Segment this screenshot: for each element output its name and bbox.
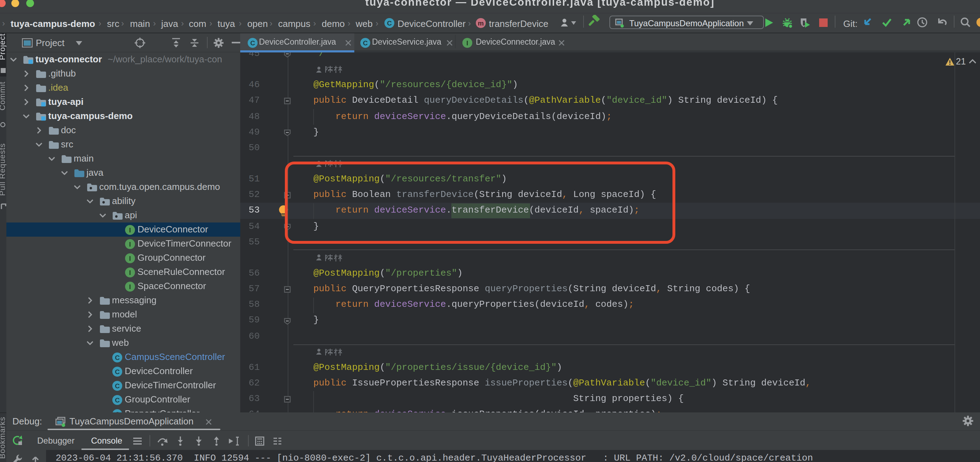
- svg-text:I: I: [466, 39, 468, 46]
- svg-text:C: C: [115, 382, 120, 389]
- svg-text:C: C: [387, 19, 392, 27]
- svg-text:C: C: [115, 354, 120, 361]
- svg-text:C: C: [363, 39, 368, 46]
- svg-text:C: C: [115, 396, 120, 403]
- svg-text:I: I: [129, 226, 131, 234]
- svg-text:I: I: [129, 254, 131, 262]
- svg-text:m: m: [478, 19, 484, 27]
- svg-text:I: I: [129, 283, 131, 290]
- svg-text:I: I: [129, 269, 131, 276]
- svg-text:C: C: [250, 39, 255, 46]
- svg-text:I: I: [129, 240, 131, 248]
- svg-text:C: C: [115, 368, 120, 375]
